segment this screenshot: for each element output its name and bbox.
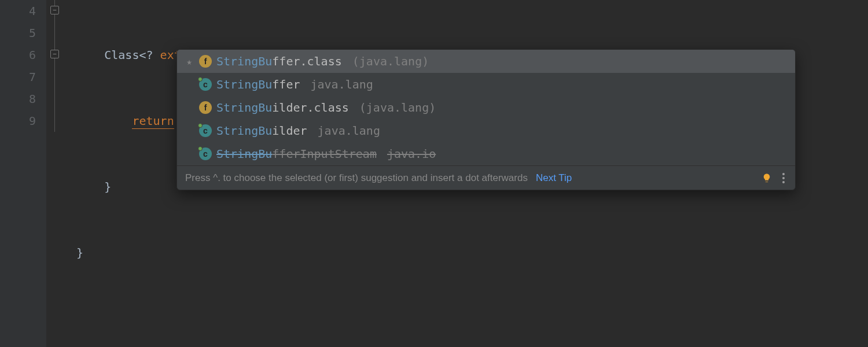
completion-item[interactable]: ★cStringBuilderjava.lang bbox=[177, 119, 795, 142]
completion-footer: Press ^. to choose the selected (or firs… bbox=[177, 165, 795, 190]
indent bbox=[62, 114, 132, 128]
completion-package: java.lang bbox=[352, 54, 429, 68]
completion-label: StringBuffer bbox=[216, 77, 300, 91]
code-brace: } bbox=[104, 180, 111, 194]
completion-package: java.lang bbox=[311, 77, 373, 91]
line-number: 6 bbox=[0, 44, 36, 66]
completion-label: StringBuilder.class bbox=[216, 101, 349, 115]
completion-popup: ★fStringBuffer.classjava.lang★cStringBuf… bbox=[176, 49, 796, 190]
completion-label: StringBufferInputStream bbox=[216, 147, 377, 161]
class-icon: c bbox=[199, 124, 212, 137]
fold-strip: − − bbox=[46, 0, 62, 347]
completion-label: StringBuffer.class bbox=[216, 54, 342, 68]
lightbulb-icon[interactable] bbox=[762, 173, 772, 183]
indent bbox=[62, 246, 76, 260]
more-menu-icon[interactable] bbox=[780, 171, 787, 186]
code-token: Class<? bbox=[104, 48, 153, 62]
fold-guide-line bbox=[54, 0, 55, 132]
line-number: 7 bbox=[0, 66, 36, 88]
fold-toggle-icon[interactable]: − bbox=[50, 50, 59, 58]
line-number: 4 bbox=[0, 0, 36, 22]
completion-item[interactable]: ★cStringBufferInputStreamjava.io bbox=[177, 142, 795, 165]
field-icon: f bbox=[199, 101, 212, 114]
footer-hint: Press ^. to choose the selected (or firs… bbox=[185, 172, 528, 184]
completion-package: java.lang bbox=[359, 101, 436, 115]
completion-label: StringBuilder bbox=[216, 124, 307, 138]
line-number: 9 bbox=[0, 110, 36, 132]
completion-item[interactable]: ★fStringBuilder.classjava.lang bbox=[177, 96, 795, 119]
code-keyword: return bbox=[132, 114, 174, 129]
star-icon: ★ bbox=[184, 56, 194, 67]
line-number: 5 bbox=[0, 22, 36, 44]
fold-toggle-icon[interactable]: − bbox=[50, 6, 59, 14]
completion-package: java.io bbox=[387, 147, 436, 161]
next-tip-link[interactable]: Next Tip bbox=[536, 172, 572, 184]
field-icon: f bbox=[199, 55, 212, 68]
completion-list: ★fStringBuffer.classjava.lang★cStringBuf… bbox=[177, 50, 795, 165]
indent bbox=[62, 48, 104, 62]
completion-package: java.lang bbox=[318, 124, 380, 138]
completion-item[interactable]: ★fStringBuffer.classjava.lang bbox=[177, 50, 795, 73]
gutter: 4 5 6 7 8 9 bbox=[0, 0, 46, 347]
code-line[interactable]: } bbox=[62, 242, 868, 264]
class-icon: c bbox=[199, 147, 212, 160]
indent bbox=[62, 180, 104, 194]
line-number: 8 bbox=[0, 88, 36, 110]
code-brace: } bbox=[76, 246, 83, 260]
completion-item[interactable]: ★cStringBufferjava.lang bbox=[177, 73, 795, 96]
class-icon: c bbox=[199, 78, 212, 91]
